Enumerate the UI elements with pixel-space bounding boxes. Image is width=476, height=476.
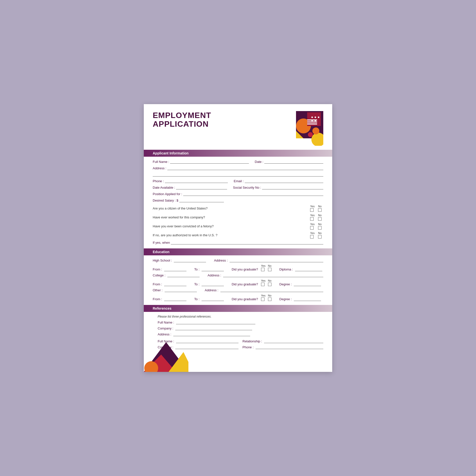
no-label3: No <box>318 223 322 226</box>
ref1-company-input[interactable] <box>175 326 252 330</box>
diploma-input[interactable] <box>295 267 322 271</box>
hs-no-label: No <box>268 264 271 267</box>
high-school-input[interactable] <box>174 258 206 262</box>
other-from-input[interactable] <box>164 297 186 301</box>
date-input[interactable] <box>264 160 323 164</box>
ref1-name-input[interactable] <box>176 320 255 324</box>
high-school-label: High School : <box>153 259 172 262</box>
no-label: No <box>318 205 322 208</box>
position-input[interactable] <box>183 192 323 196</box>
felony-yes-checkbox[interactable] <box>310 226 314 230</box>
hs-from-input[interactable] <box>164 267 186 271</box>
ref1-address-row: Address : <box>158 332 323 336</box>
reference-1: Full Name : Company : Address : <box>153 320 323 336</box>
other-graduate-label: Did you graduate? <box>232 297 258 301</box>
other-grad-no[interactable] <box>268 298 271 301</box>
salary-input[interactable] <box>179 198 224 202</box>
citizen-row: Are you a citizen of the United States? … <box>153 205 323 212</box>
address-input2[interactable] <box>153 173 323 177</box>
college-address-label: Address : <box>208 273 221 277</box>
position-row: Position Applied for : <box>153 192 323 196</box>
authorized-yes-checkbox[interactable] <box>310 235 314 238</box>
full-name-input[interactable] <box>170 160 249 164</box>
other-input[interactable] <box>165 288 197 292</box>
if-yes-input[interactable] <box>171 240 323 244</box>
college-no-label: No <box>268 279 271 282</box>
applicant-info-section: Full Name : Date : Address : Phone : Ema… <box>144 160 332 244</box>
name-date-row: Full Name : Date : <box>153 160 323 164</box>
deco-graphic-top-right <box>289 111 323 146</box>
high-school-row: High School : Address : <box>153 258 323 262</box>
hs-grad-yes[interactable] <box>261 268 265 271</box>
other-address-label: Address : <box>205 288 218 292</box>
address-row2 <box>153 173 323 177</box>
ref1-address-label: Address : <box>158 332 171 336</box>
page-title: EMPLOYMENT APPLICATION <box>153 111 211 128</box>
other-to-input[interactable] <box>202 297 224 301</box>
college-address-input[interactable] <box>223 273 323 277</box>
hs-to-input[interactable] <box>202 267 224 271</box>
worked-yes-no: Yes No <box>308 214 323 221</box>
college-graduate-label: Did you graduate? <box>232 282 258 286</box>
svg-point-12 <box>312 127 319 134</box>
citizen-yes-no: Yes No <box>308 205 323 212</box>
ref2-phone-row: Phone : <box>242 345 323 349</box>
worked-yes-checkbox[interactable] <box>310 217 314 221</box>
other-to-label: To : <box>194 297 200 301</box>
college-from-input[interactable] <box>164 282 186 286</box>
other-row: Other : Address : <box>153 288 323 292</box>
yes-label: Yes <box>310 205 315 208</box>
college-grad-yes[interactable] <box>261 283 265 286</box>
address-input[interactable] <box>167 166 323 170</box>
ref2-relationship-row: Relationship : <box>242 339 323 343</box>
felony-no-checkbox[interactable] <box>318 226 322 230</box>
phone-label: Phone : <box>153 179 164 183</box>
authorized-row: If no, are you authorized to work in the… <box>153 232 323 238</box>
ref2-right: Relationship : Phone : <box>242 339 323 351</box>
citizen-no-checkbox[interactable] <box>318 208 322 212</box>
ref1-name-label: Full Name : <box>158 321 174 324</box>
phone-input[interactable] <box>165 179 228 183</box>
other-address-input[interactable] <box>220 288 323 292</box>
college-input[interactable] <box>167 273 200 277</box>
email-input[interactable] <box>245 179 323 183</box>
hs-yes-label: Yes <box>261 264 266 267</box>
yes-label3: Yes <box>310 223 315 226</box>
hs-grad-no[interactable] <box>268 268 271 271</box>
ref2-relationship-label: Relationship : <box>242 339 262 343</box>
if-yes-row: If yes, when <box>153 240 323 244</box>
svg-point-6 <box>318 117 319 118</box>
date-available-input[interactable] <box>176 185 227 189</box>
college-grad-no[interactable] <box>268 283 271 286</box>
ref1-address-input[interactable] <box>173 332 250 336</box>
ref2-phone-input[interactable] <box>256 345 323 349</box>
other-degree-input[interactable] <box>294 297 321 301</box>
date-label: Date : <box>255 160 264 164</box>
svg-point-13 <box>308 132 313 137</box>
ref1-name-row: Full Name : <box>158 320 323 324</box>
education-header: Education <box>144 248 332 255</box>
ssn-input[interactable] <box>262 185 323 189</box>
address-row: Address : <box>153 166 323 170</box>
ref2-phone-label: Phone : <box>242 345 254 349</box>
hs-address-input[interactable] <box>230 258 323 262</box>
ref1-company-label: Company : <box>158 327 173 330</box>
no-label2: No <box>318 214 322 217</box>
college-degree-input[interactable] <box>294 282 321 286</box>
hs-from-to-row: From : To : Did you graduate? Yes No Dip… <box>153 264 323 271</box>
ref2-relationship-input[interactable] <box>264 339 323 343</box>
citizen-yes-checkbox[interactable] <box>310 208 314 212</box>
other-yes-label: Yes <box>261 294 266 297</box>
worked-no-checkbox[interactable] <box>318 217 322 221</box>
position-label: Position Applied for : <box>153 192 182 196</box>
ssn-label: Social Security No : <box>233 186 261 189</box>
hs-to-label: To : <box>194 268 200 271</box>
authorized-no-checkbox[interactable] <box>318 235 322 238</box>
other-grad-yes[interactable] <box>261 298 265 301</box>
other-from-label: From : <box>153 297 162 301</box>
college-to-input[interactable] <box>202 282 224 286</box>
college-label: College : <box>153 273 165 277</box>
other-no-label: No <box>268 294 271 297</box>
full-name-label: Full Name : <box>153 160 169 164</box>
page-header: EMPLOYMENT APPLICATION <box>144 104 332 146</box>
